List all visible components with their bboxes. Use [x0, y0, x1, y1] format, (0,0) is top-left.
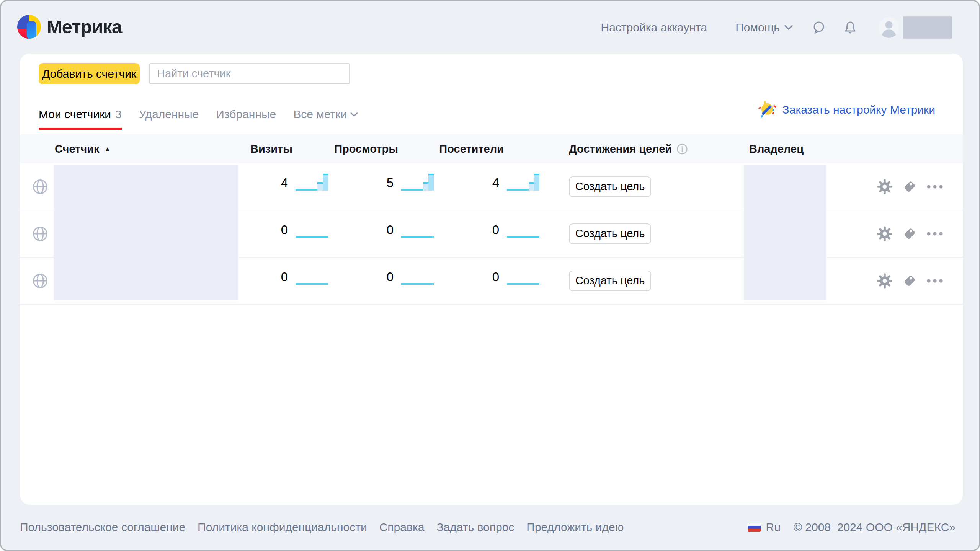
visitors-value: 4 [438, 175, 499, 191]
visitors-cell: 0 [438, 267, 539, 285]
info-icon[interactable] [676, 143, 688, 155]
bell-icon[interactable] [843, 20, 857, 35]
tab-all-labels-label: Все метки [293, 108, 347, 121]
visitors-sparkline [507, 268, 539, 285]
tabs-bar: Мои счетчики 3 Удаленные Избранные Все м… [20, 93, 963, 130]
visitors-cell: 4 [438, 173, 539, 191]
tab-deleted[interactable]: Удаленные [139, 108, 199, 130]
chevron-down-icon [784, 25, 793, 30]
language-switch[interactable]: Ru [766, 521, 781, 534]
views-sparkline [401, 174, 434, 191]
brand-name: Метрика [47, 16, 122, 37]
tab-my-counters-count: 3 [115, 108, 122, 121]
search-counter-input[interactable] [149, 63, 350, 84]
add-counter-button[interactable]: Добавить счетчик [39, 63, 140, 84]
tab-favorites-label: Избранные [216, 108, 276, 121]
footer-link-privacy-policy[interactable]: Политика конфиденциальности [198, 521, 367, 534]
visitors-sparkline [507, 221, 539, 238]
column-header-views: Просмотры [317, 143, 398, 155]
views-cell: 5 [332, 173, 434, 191]
brand: Метрика [17, 15, 122, 39]
gear-icon[interactable] [877, 226, 893, 242]
create-goal-button[interactable]: Создать цель [569, 176, 651, 197]
order-metrika-setup-label: Заказать настройку Метрики [782, 103, 935, 116]
footer-links: Пользовательское соглашение Политика кон… [20, 521, 624, 534]
column-header-visits: Визиты [211, 143, 292, 155]
top-nav: Настройка аккаунта Помощь [601, 1, 952, 54]
visits-sparkline [296, 221, 328, 238]
column-header-counter-label: Счетчик [55, 143, 100, 155]
sort-asc-icon: ▲ [105, 145, 111, 153]
visitors-value: 0 [438, 222, 499, 238]
visitors-sparkline [507, 174, 539, 191]
order-metrika-setup-link[interactable]: Заказать настройку Метрики [756, 99, 935, 120]
views-cell: 0 [332, 220, 434, 238]
column-header-owner: Владелец [749, 143, 804, 155]
column-header-counter[interactable]: Счетчик ▲ [55, 143, 111, 155]
views-value: 5 [332, 175, 394, 191]
create-goal-button[interactable]: Создать цель [569, 271, 651, 291]
counters-card: Добавить счетчик Мои счетчики 3 Удаленны… [20, 54, 963, 505]
globe-icon [32, 179, 48, 195]
toolbar: Добавить счетчик [39, 63, 350, 84]
footer: Пользовательское соглашение Политика кон… [20, 521, 956, 534]
chat-icon[interactable] [812, 21, 826, 34]
chevron-down-icon [350, 112, 358, 117]
tab-deleted-label: Удаленные [139, 108, 199, 121]
tag-icon[interactable] [902, 179, 918, 195]
user-name-redacted[interactable] [903, 16, 952, 39]
row-actions [877, 273, 943, 289]
column-header-visitors: Посетители [423, 143, 504, 155]
copyright: © 2008–2024 ООО «ЯНДЕКС» [794, 521, 956, 534]
globe-icon [32, 226, 48, 242]
row-actions [877, 179, 943, 195]
ellipsis-icon[interactable] [926, 279, 943, 283]
footer-link-user-agreement[interactable]: Пользовательское соглашение [20, 521, 185, 534]
visitors-cell: 0 [438, 220, 539, 238]
visits-cell: 0 [227, 267, 328, 285]
visits-cell: 0 [227, 220, 328, 238]
footer-link-suggest-idea[interactable]: Предложить идею [526, 521, 624, 534]
create-goal-button[interactable]: Создать цель [569, 223, 651, 244]
owner-names-redacted [744, 165, 826, 300]
views-cell: 0 [332, 267, 434, 285]
ellipsis-icon[interactable] [926, 231, 943, 236]
nav-help-label: Помощь [735, 21, 780, 34]
ellipsis-icon[interactable] [926, 184, 943, 189]
counters-table: Счетчик ▲ Визиты Просмотры Посетители До… [20, 134, 963, 305]
footer-link-ask-question[interactable]: Задать вопрос [436, 521, 514, 534]
table-header: Счетчик ▲ Визиты Просмотры Посетители До… [20, 134, 963, 163]
views-sparkline [401, 268, 434, 285]
column-header-goals: Достижения целей [569, 143, 688, 155]
column-header-goals-label: Достижения целей [569, 143, 672, 155]
tab-my-counters[interactable]: Мои счетчики 3 [39, 108, 122, 130]
views-sparkline [401, 221, 434, 238]
visits-sparkline [296, 174, 328, 191]
visitors-value: 0 [438, 269, 499, 285]
visits-sparkline [296, 268, 328, 285]
views-value: 0 [332, 269, 394, 285]
tag-icon[interactable] [902, 226, 918, 242]
visits-cell: 4 [227, 173, 328, 191]
top-bar: Метрика Настройка аккаунта Помощь [1, 1, 979, 54]
footer-link-help[interactable]: Справка [379, 521, 425, 534]
tab-all-labels[interactable]: Все метки [293, 108, 358, 130]
tag-icon[interactable] [902, 273, 918, 289]
app-window: Метрика Настройка аккаунта Помощь [0, 0, 980, 551]
flag-ru-icon[interactable] [748, 523, 761, 532]
gear-icon[interactable] [877, 273, 893, 289]
metrika-logo-icon [17, 15, 41, 39]
tab-favorites[interactable]: Избранные [216, 108, 276, 130]
tabs: Мои счетчики 3 Удаленные Избранные Все м… [39, 108, 358, 130]
counter-names-redacted [54, 165, 238, 300]
row-actions [877, 226, 943, 242]
nav-account-settings[interactable]: Настройка аккаунта [601, 21, 707, 34]
views-value: 0 [332, 222, 394, 238]
globe-icon [32, 273, 48, 289]
tab-my-counters-label: Мои счетчики [39, 108, 111, 121]
nav-help[interactable]: Помощь [735, 21, 793, 34]
magic-wand-icon [756, 99, 777, 120]
footer-right: Ru © 2008–2024 ООО «ЯНДЕКС» [748, 521, 956, 534]
avatar[interactable] [879, 17, 899, 38]
gear-icon[interactable] [877, 179, 893, 195]
